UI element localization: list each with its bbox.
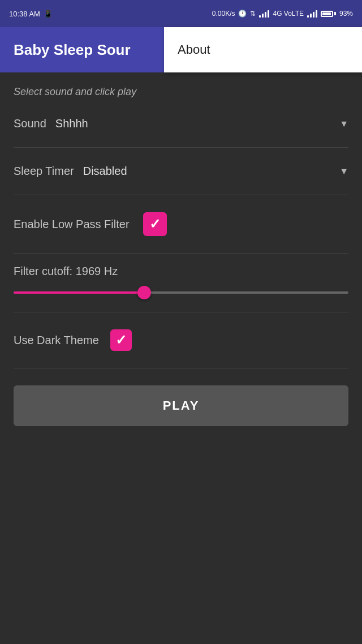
sleep-timer-row: Sleep Timer Disabled ▼	[14, 159, 348, 183]
divider-3	[14, 253, 348, 254]
about-label: About	[178, 42, 210, 57]
dark-theme-row: Use Dark Theme ✓	[14, 324, 348, 357]
app-bar: Baby Sleep Sour About	[0, 27, 362, 72]
status-bar: 10:38 AM 📱 0.00K/s 🕐 ⇅ 4G VoLTE 93%	[0, 0, 362, 27]
play-button[interactable]: PLAY	[14, 385, 348, 426]
filter-cutoff-row: Filter cutoff: 1969 Hz	[14, 265, 348, 298]
main-content: Select sound and click play Sound Shhhh …	[0, 72, 362, 440]
filter-cutoff-slider[interactable]	[14, 287, 348, 298]
low-pass-filter-checkbox[interactable]: ✓	[143, 212, 167, 236]
app-icon: 📱	[44, 10, 53, 18]
sleep-timer-label: Sleep Timer	[14, 165, 74, 178]
about-menu-item[interactable]: About	[164, 27, 362, 72]
data-speed: 0.00K/s	[212, 10, 235, 18]
network-label: 4G VoLTE	[273, 10, 303, 18]
divider-2	[14, 195, 348, 195]
low-pass-filter-row: Enable Low Pass Filter ✓	[14, 207, 348, 242]
low-pass-filter-label: Enable Low Pass Filter	[14, 218, 130, 231]
dark-theme-checkbox[interactable]: ✓	[110, 329, 132, 351]
filter-cutoff-label: Filter cutoff: 1969 Hz	[14, 265, 348, 278]
divider-4	[14, 312, 348, 312]
sound-row: Sound Shhhh ▼	[14, 111, 348, 136]
app-title: Baby Sleep Sour	[14, 41, 131, 59]
signal-bars	[259, 10, 269, 18]
sound-label: Sound	[14, 117, 46, 130]
instruction-text: Select sound and click play	[14, 86, 348, 98]
dark-theme-label: Use Dark Theme	[14, 334, 99, 347]
dark-theme-check-icon: ✓	[115, 332, 127, 348]
divider-1	[14, 147, 348, 148]
slider-thumb[interactable]	[137, 286, 151, 299]
sync-icon: ⇅	[250, 10, 256, 18]
battery-percentage: 93%	[339, 10, 353, 18]
sleep-timer-value: Disabled	[83, 165, 339, 178]
slider-track-fill	[14, 291, 144, 294]
sound-value: Shhhh	[55, 117, 339, 130]
sleep-timer-dropdown-arrow[interactable]: ▼	[339, 166, 348, 177]
divider-5	[14, 368, 348, 368]
low-pass-filter-check-icon: ✓	[149, 216, 161, 232]
alarm-icon: 🕐	[238, 10, 247, 18]
wifi-signal-bars	[307, 10, 317, 18]
time-display: 10:38 AM	[9, 10, 40, 18]
battery-indicator	[321, 11, 336, 17]
sound-dropdown-arrow[interactable]: ▼	[339, 119, 348, 129]
